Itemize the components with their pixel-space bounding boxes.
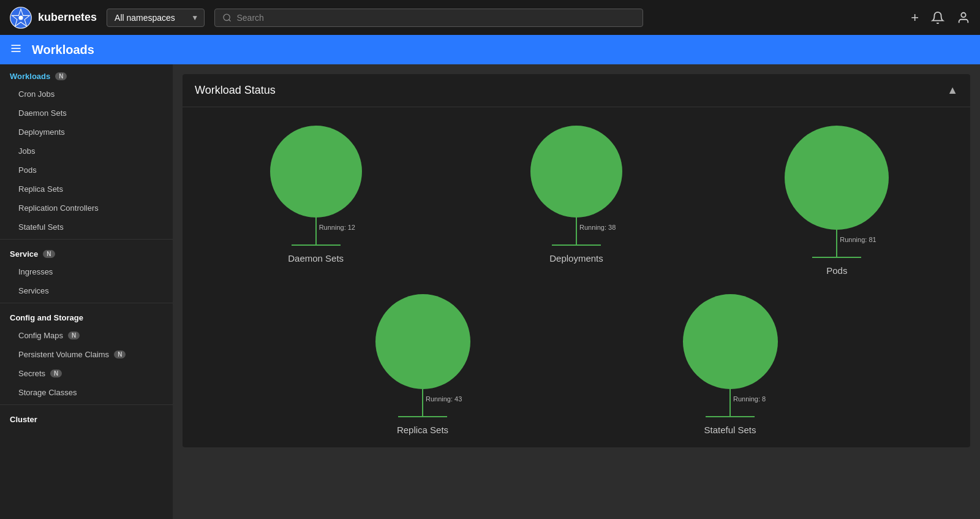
deployments-circle — [530, 126, 622, 218]
deployments-label: Deployments — [549, 253, 603, 263]
search-bar — [214, 9, 643, 27]
chart-replica-sets: Running: 43 Replica Sets — [361, 294, 484, 435]
deployments-stem: Running: 38 — [530, 126, 622, 246]
svg-point-5 — [961, 12, 965, 17]
config-storage-label: Config and Storage — [10, 313, 83, 322]
sidebar-item-storage-classes[interactable]: Storage Classes — [0, 383, 173, 402]
sidebar-item-jobs[interactable]: Jobs — [0, 142, 173, 161]
pods-running: Running: 81 — [840, 236, 876, 243]
navbar: kubernetes All namespaces ▼ + — [0, 0, 980, 35]
sidebar-item-deployments[interactable]: Deployments — [0, 123, 173, 142]
daemon-sets-stem: Running: 12 — [270, 126, 362, 246]
workloads-section-label: Workloads — [10, 72, 50, 81]
sidebar-item-pods[interactable]: Pods — [0, 161, 173, 180]
pvc-badge: N — [114, 350, 126, 358]
workload-status-title: Workload Status — [195, 84, 276, 97]
user-button[interactable] — [957, 11, 970, 25]
stateful-sets-stem: Running: 8 — [683, 294, 778, 417]
replica-sets-label: Replica Sets — [397, 425, 448, 435]
stateful-sets-circle — [683, 294, 778, 389]
daemon-sets-circle — [270, 126, 362, 218]
config-maps-badge: N — [68, 331, 80, 339]
sub-header: Workloads — [0, 35, 980, 64]
pods-label: Pods — [826, 265, 847, 276]
sidebar-item-stateful-sets[interactable]: Stateful Sets — [0, 218, 173, 237]
replica-sets-stem: Running: 43 — [375, 294, 470, 417]
cluster-label: Cluster — [10, 415, 37, 424]
user-icon — [957, 11, 970, 25]
sidebar-item-cron-jobs[interactable]: Cron Jobs — [0, 85, 173, 104]
brand-name: kubernetes — [38, 11, 97, 24]
sidebar-divider-2 — [0, 303, 173, 303]
namespace-select[interactable]: All namespaces — [107, 9, 205, 27]
collapse-button[interactable]: ▲ — [947, 84, 958, 97]
sidebar-item-daemon-sets[interactable]: Daemon Sets — [0, 104, 173, 123]
daemon-sets-label: Daemon Sets — [288, 253, 344, 263]
sidebar: Workloads N Cron Jobs Daemon Sets Deploy… — [0, 64, 173, 519]
menu-button[interactable] — [10, 42, 22, 58]
sidebar-item-ingresses[interactable]: Ingresses — [0, 262, 173, 281]
content-area: Workload Status ▲ Running: 12 Daemon Set… — [173, 64, 980, 519]
svg-line-4 — [229, 19, 231, 21]
search-icon — [222, 13, 232, 23]
chart-stateful-sets: Running: 8 Stateful Sets — [669, 294, 791, 435]
deployments-running: Running: 38 — [579, 224, 616, 231]
daemon-sets-running: Running: 12 — [319, 224, 355, 231]
sidebar-section-service[interactable]: Service N — [0, 242, 173, 262]
svg-point-2 — [18, 15, 23, 20]
svg-point-3 — [224, 14, 230, 20]
kubernetes-logo — [10, 7, 32, 29]
sidebar-item-secrets[interactable]: Secrets N — [0, 364, 173, 383]
service-badge: N — [43, 250, 55, 258]
chart-deployments: Running: 38 Deployments — [515, 126, 638, 276]
workload-status-card: Workload Status ▲ Running: 12 Daemon Set… — [183, 74, 970, 447]
sidebar-section-config-storage[interactable]: Config and Storage — [0, 306, 173, 326]
sidebar-section-workloads[interactable]: Workloads N — [0, 64, 173, 85]
pods-circle — [785, 126, 889, 230]
stateful-sets-label: Stateful Sets — [704, 425, 756, 435]
workloads-badge: N — [55, 72, 67, 80]
navbar-actions: + — [911, 10, 970, 26]
sidebar-divider-3 — [0, 404, 173, 405]
stateful-sets-running: Running: 8 — [733, 395, 766, 403]
sidebar-item-replica-sets[interactable]: Replica Sets — [0, 180, 173, 199]
sidebar-section-cluster[interactable]: Cluster — [0, 407, 173, 428]
card-header: Workload Status ▲ — [183, 74, 970, 107]
sidebar-item-replication-controllers[interactable]: Replication Controllers — [0, 199, 173, 218]
chart-pods: Running: 81 Pods — [775, 126, 898, 276]
main-layout: Workloads N Cron Jobs Daemon Sets Deploy… — [0, 64, 980, 519]
sidebar-item-services[interactable]: Services — [0, 281, 173, 300]
add-button[interactable]: + — [911, 10, 919, 26]
pods-stem: Running: 81 — [785, 126, 889, 258]
charts-grid-row2: Running: 43 Replica Sets Running: 8 — [183, 288, 970, 447]
replica-sets-running: Running: 43 — [426, 395, 462, 403]
notification-button[interactable] — [931, 11, 944, 25]
chart-daemon-sets: Running: 12 Daemon Sets — [255, 126, 377, 276]
hamburger-icon — [10, 42, 22, 55]
service-section-label: Service — [10, 249, 38, 259]
bell-icon — [931, 11, 944, 25]
replica-sets-circle — [375, 294, 470, 389]
sidebar-divider-1 — [0, 239, 173, 240]
brand-link[interactable]: kubernetes — [10, 7, 97, 29]
search-input[interactable] — [236, 13, 635, 23]
charts-grid: Running: 12 Daemon Sets Running: 38 — [183, 107, 970, 288]
namespace-selector[interactable]: All namespaces ▼ — [107, 9, 205, 27]
sidebar-item-persistent-volume-claims[interactable]: Persistent Volume Claims N — [0, 345, 173, 364]
sidebar-item-config-maps[interactable]: Config Maps N — [0, 326, 173, 345]
secrets-badge: N — [50, 369, 62, 377]
page-title: Workloads — [32, 43, 94, 57]
